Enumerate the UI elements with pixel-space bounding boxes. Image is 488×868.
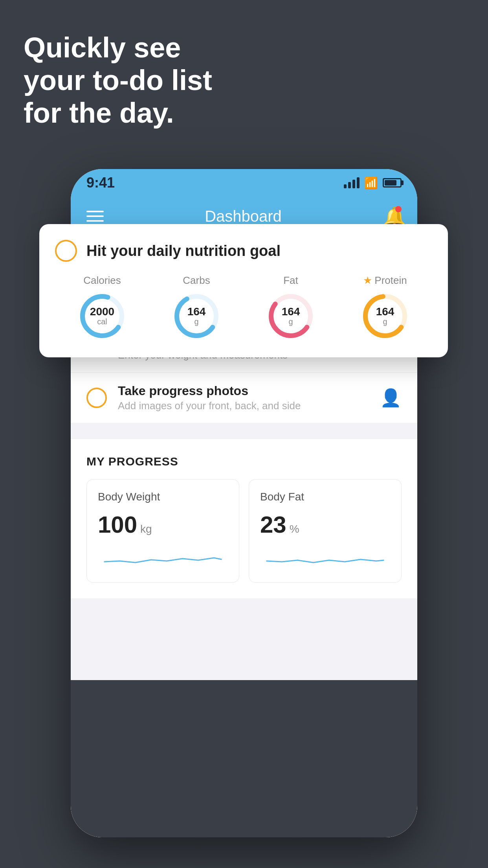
photos-subtitle: Add images of your front, back, and side (118, 400, 369, 412)
body-fat-card[interactable]: Body Fat 23 % (249, 479, 402, 583)
protein-macro: ★ Protein 164 g (360, 274, 411, 342)
macros-row: Calories 2000 cal Carbs (55, 274, 432, 342)
hero-text: Quickly see your to-do list for the day. (24, 31, 212, 129)
dark-bg-bottom (71, 680, 417, 837)
status-time: 9:41 (86, 175, 115, 191)
progress-header: MY PROGRESS (86, 455, 402, 468)
nutrition-card-header: Hit your daily nutrition goal (55, 240, 432, 262)
protein-value: 164 (376, 306, 394, 317)
body-weight-value-row: 100 kg (98, 511, 228, 538)
calories-value: 2000 (90, 306, 114, 317)
menu-button[interactable] (86, 211, 104, 222)
carbs-macro: Carbs 164 g (171, 274, 222, 342)
carbs-donut: 164 g (171, 291, 222, 342)
carbs-value: 164 (187, 306, 206, 317)
battery-icon (383, 178, 402, 188)
status-icons: 📶 (344, 177, 402, 189)
calories-macro: Calories 2000 cal (77, 274, 128, 342)
photos-text: Take progress photos Add images of your … (118, 384, 369, 412)
progress-section: MY PROGRESS Body Weight 100 kg Body Fat (71, 439, 417, 598)
nutrition-checkbox[interactable] (55, 240, 77, 262)
notifications-button[interactable]: 🔔 (383, 206, 402, 226)
body-fat-unit: % (290, 523, 299, 535)
fat-unit: g (282, 317, 300, 326)
person-icon: 👤 (380, 388, 402, 408)
body-weight-unit: kg (140, 523, 152, 535)
calories-label: Calories (83, 274, 121, 287)
protein-star-icon: ★ (363, 274, 372, 287)
body-fat-value-row: 23 % (260, 511, 390, 538)
body-weight-chart (98, 546, 228, 570)
body-fat-value: 23 (260, 511, 286, 538)
nutrition-card-title: Hit your daily nutrition goal (86, 243, 281, 259)
body-fat-label: Body Fat (260, 491, 390, 503)
fat-macro: Fat 164 g (265, 274, 316, 342)
protein-donut: 164 g (360, 291, 411, 342)
carbs-label: Carbs (183, 274, 210, 287)
todo-item-photos[interactable]: Take progress photos Add images of your … (71, 373, 417, 423)
body-weight-card[interactable]: Body Weight 100 kg (86, 479, 239, 583)
calories-unit: cal (90, 317, 114, 326)
calories-donut: 2000 cal (77, 291, 128, 342)
photos-checkbox[interactable] (86, 388, 107, 408)
protein-label: ★ Protein (363, 274, 407, 287)
protein-unit: g (376, 317, 394, 326)
photos-title: Take progress photos (118, 384, 369, 398)
body-weight-value: 100 (98, 511, 137, 538)
wifi-icon: 📶 (364, 177, 378, 189)
header-title: Dashboard (205, 208, 282, 225)
carbs-unit: g (187, 317, 206, 326)
progress-cards: Body Weight 100 kg Body Fat 23 % (86, 479, 402, 583)
body-fat-chart (260, 546, 390, 570)
fat-label: Fat (283, 274, 298, 287)
fat-value: 164 (282, 306, 300, 317)
nutrition-card: Hit your daily nutrition goal Calories 2… (39, 224, 448, 357)
body-weight-label: Body Weight (98, 491, 228, 503)
fat-donut: 164 g (265, 291, 316, 342)
status-bar: 9:41 📶 (71, 169, 417, 197)
signal-icon (344, 177, 360, 188)
